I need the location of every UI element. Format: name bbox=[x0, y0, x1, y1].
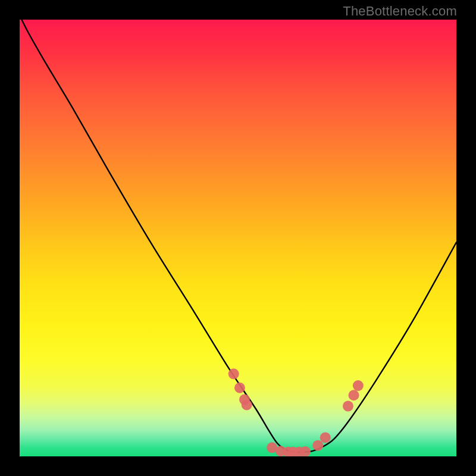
data-marker bbox=[343, 401, 353, 412]
data-markers bbox=[228, 368, 364, 456]
data-marker bbox=[353, 380, 364, 391]
data-marker bbox=[349, 390, 359, 400]
data-marker bbox=[320, 432, 331, 443]
data-marker bbox=[228, 368, 239, 379]
chart-svg bbox=[20, 20, 456, 456]
chart-stage: TheBottleneck.com bbox=[0, 0, 476, 476]
data-marker bbox=[234, 383, 245, 393]
data-marker bbox=[242, 399, 252, 410]
plot-area bbox=[20, 20, 456, 456]
data-marker bbox=[312, 440, 323, 451]
watermark-text: TheBottleneck.com bbox=[343, 4, 457, 19]
